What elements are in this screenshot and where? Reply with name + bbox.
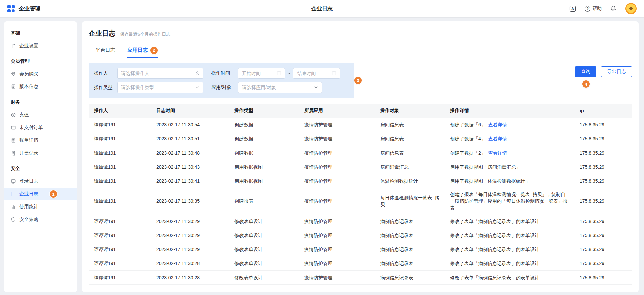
help-button[interactable]: ? 帮助 (585, 6, 602, 12)
sidebar-item-label: 企业设置 (19, 43, 38, 49)
cell-ip: 175.8.35.29 (576, 160, 632, 174)
detail-text: 修改了表单「病例信息记录表」的表单设计 (450, 275, 539, 280)
start-time-wrap (238, 68, 285, 79)
cell-detail: 创建了数据「2」查看详情 (446, 146, 576, 160)
export-log-button[interactable]: 导出日志 (601, 66, 632, 77)
target-select[interactable] (238, 82, 322, 93)
col-header-app: 所属应用 (300, 104, 376, 118)
operator-input[interactable] (121, 71, 193, 76)
tab-app-log[interactable]: 应用日志 2 (127, 44, 158, 58)
header-right: A ? 帮助 (569, 3, 637, 14)
cell-target: 体温检测数据统计 (376, 174, 446, 188)
shield-icon (11, 217, 16, 222)
svg-text:A: A (571, 7, 574, 11)
cell-log-time: 2023-02-17 11:30:28 (152, 271, 230, 285)
cell-target: 房间信息表 (376, 132, 446, 146)
cell-log-time: 2023-02-17 11:30:28 (152, 256, 230, 271)
cell-ip: 175.8.35.29 (576, 132, 632, 146)
sidebar-item-invoice-records[interactable]: 开票记录 (4, 147, 77, 160)
target-label: 应用/对象 (211, 84, 238, 91)
step-badge-4: 4 (582, 80, 590, 88)
sidebar-item-recharge[interactable]: 充值 (4, 109, 77, 121)
step-badge-2: 2 (150, 47, 158, 54)
target-select-input[interactable] (242, 85, 311, 90)
col-header-detail: 操作详情 (446, 104, 576, 118)
cell-detail: 创建了数据「6」查看详情 (446, 118, 576, 132)
cell-app: 疫情防护管理 (300, 228, 376, 242)
sidebar-item-enterprise-logs[interactable]: 企业日志1 (4, 188, 77, 200)
cell-operator: 谭谭谭191 (89, 214, 152, 228)
cell-ip: 175.8.35.29 (576, 188, 632, 214)
table-row: 谭谭谭1912023-02-17 11:30:28修改表单设计疫情防护管理病例信… (89, 256, 632, 271)
cell-ip: 175.8.35.29 (576, 118, 632, 132)
sidebar-item-label: 企业日志 (19, 191, 38, 197)
view-detail-link[interactable]: 查看详情 (488, 136, 507, 141)
cell-ip: 175.8.35.29 (576, 228, 632, 242)
start-time-input[interactable] (242, 71, 274, 76)
cell-operator: 谭谭谭191 (89, 188, 152, 214)
sidebar-item-unpaid-orders[interactable]: 未支付订单 (4, 121, 77, 134)
cell-operation-type: 创建数据 (230, 132, 300, 146)
tab-platform-log[interactable]: 平台日志 (95, 44, 116, 58)
sidebar-item-label: 使用统计 (19, 204, 38, 210)
cell-operator: 谭谭谭191 (89, 132, 152, 146)
sidebar-item-security-policy[interactable]: 安全策略 (4, 213, 77, 226)
sidebar-section-title-finance: 财务 (4, 93, 77, 109)
cell-ip: 175.8.35.29 (576, 271, 632, 285)
coin-icon (11, 112, 16, 118)
table-row: 谭谭谭1912023-02-17 11:30:54创建数据疫情防护管理房间信息表… (89, 118, 632, 132)
sidebar-section-title-member-management: 会员管理 (4, 52, 77, 68)
person-icon (195, 71, 200, 76)
cell-operation-type: 创建数据 (230, 118, 300, 132)
type-select[interactable] (117, 82, 203, 93)
action-buttons: 查询 导出日志 4 (575, 66, 632, 77)
cell-app: 疫情防护管理 (300, 188, 376, 214)
sidebar-item-label: 会员购买 (19, 71, 38, 77)
operator-input-wrap (117, 68, 203, 79)
cell-operator: 谭谭谭191 (89, 118, 152, 132)
chart-icon (11, 204, 16, 210)
detail-text: 创建了数据「6」 (450, 122, 486, 127)
cell-detail: 修改了表单「病例信息记录表」的表单设计 (446, 271, 576, 285)
sidebar-item-enterprise-settings[interactable]: 企业设置 (4, 40, 77, 52)
app-grid-logo-icon[interactable] (7, 5, 15, 12)
cell-app: 疫情防护管理 (300, 146, 376, 160)
user-avatar[interactable] (625, 3, 637, 14)
cell-target: 房间信息表 (376, 146, 446, 160)
table-header-row: 操作人日志时间操作类型所属应用操作对象操作详情ip (89, 104, 632, 118)
sidebar-item-label: 登录日志 (19, 178, 38, 184)
cell-operation-type: 修改表单设计 (230, 228, 300, 242)
app-title: 企业管理 (19, 5, 40, 12)
col-header-ip: ip (576, 104, 632, 118)
tabs: 平台日志 应用日志 2 (89, 44, 632, 58)
sidebar-item-login-logs[interactable]: 登录日志 (4, 175, 77, 188)
notification-bell-icon[interactable] (610, 5, 617, 12)
sidebar-section-title-security: 安全 (4, 160, 77, 175)
cell-log-time: 2023-02-17 11:30:54 (152, 118, 230, 132)
detail-text: 修改了表单「病例信息记录表」的表单设计 (450, 261, 539, 266)
cell-target: 病例信息记录表 (376, 228, 446, 242)
table-row: 谭谭谭1912023-02-17 11:30:29修改表单设计疫情防护管理病例信… (89, 228, 632, 242)
tab-label: 平台日志 (95, 47, 115, 53)
sidebar-item-member-purchase[interactable]: 会员购买 (4, 68, 77, 80)
step-badge-1: 1 (50, 190, 57, 198)
sidebar-item-bill-details[interactable]: 账单详情 (4, 134, 77, 147)
sidebar-item-version-info[interactable]: 版本信息 (4, 80, 77, 93)
chevron-down-icon (313, 85, 319, 90)
cell-detail: 启用了数据视图「体温检测数据统计」 (446, 174, 576, 188)
type-select-input[interactable] (121, 85, 193, 90)
view-detail-link[interactable]: 查看详情 (488, 150, 507, 156)
main-panel: 企业日志 保存最近6个月的操作日志 平台日志 应用日志 2 操作人 (82, 21, 639, 292)
monitor-icon (11, 179, 16, 184)
cell-operation-type: 创建报表 (230, 188, 300, 214)
cell-detail: 修改了表单「病例信息记录表」的表单设计 (446, 256, 576, 271)
end-time-input[interactable] (297, 71, 329, 76)
cell-log-time: 2023-02-17 11:30:48 (152, 146, 230, 160)
sidebar-item-label: 未支付订单 (19, 125, 43, 131)
chevron-down-icon (195, 85, 200, 90)
time-range-separator: ~ (288, 71, 290, 76)
translate-icon[interactable]: A (569, 5, 577, 13)
query-button[interactable]: 查询 (575, 66, 596, 77)
view-detail-link[interactable]: 查看详情 (488, 122, 507, 127)
sidebar-item-usage-stats[interactable]: 使用统计 (4, 200, 77, 213)
